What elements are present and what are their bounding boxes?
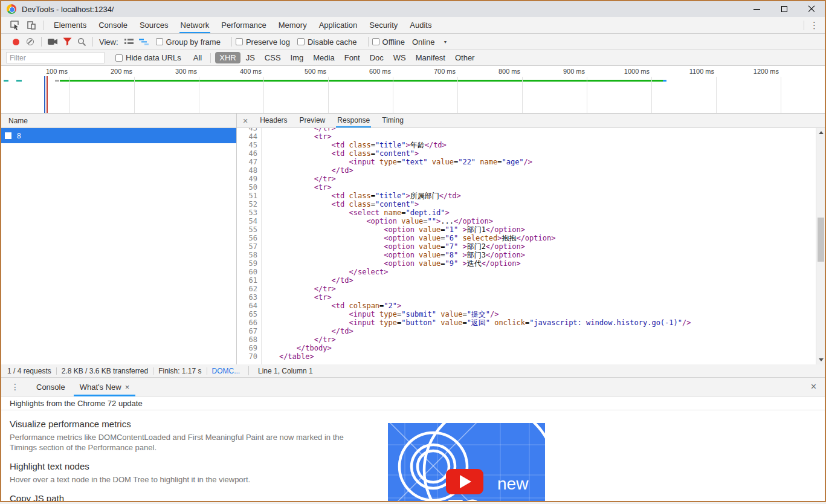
- filter-type-manifest[interactable]: Manifest: [411, 52, 450, 63]
- network-overview-timeline[interactable]: 100 ms200 ms300 ms400 ms500 ms600 ms700 …: [1, 66, 825, 114]
- code-line: 55 <option value="1" >部门1</option>: [237, 225, 816, 234]
- line-number: 54: [237, 217, 262, 225]
- inspect-element-icon[interactable]: [9, 20, 20, 31]
- code-text: <option value="9" >迭代</option>: [262, 259, 521, 268]
- code-line: 47 <input type="text" value="22" name="a…: [237, 158, 816, 166]
- status-parts: 1 / 4 requests2.8 KB / 3.6 KB transferre…: [7, 367, 240, 375]
- code-line: 51 <td class="title">所属部门</td>: [237, 192, 816, 200]
- filter-type-other[interactable]: Other: [451, 52, 479, 63]
- drawer-menu-icon[interactable]: ⋮: [11, 382, 19, 392]
- code-line: 64 <td colspan="2">: [237, 302, 816, 310]
- tab-memory[interactable]: Memory: [273, 17, 313, 33]
- checkbox-label: Disable cache: [308, 37, 357, 47]
- status-link-domcontentloaded[interactable]: DOMC...: [212, 367, 240, 375]
- filter-type-ws[interactable]: WS: [389, 52, 410, 63]
- checkbox-group-by-frame[interactable]: Group by frame: [156, 37, 221, 47]
- filter-type-font[interactable]: Font: [340, 52, 364, 63]
- detail-tab-headers[interactable]: Headers: [254, 114, 293, 128]
- line-number: 47: [237, 158, 262, 166]
- record-network-log-button[interactable]: [8, 36, 23, 48]
- code-line: 68 </tr>: [237, 335, 816, 344]
- code-line: 65 <input type="submit" value="提交"/>: [237, 310, 816, 318]
- close-drawer-icon[interactable]: ×: [811, 381, 816, 392]
- tab-application[interactable]: Application: [313, 17, 364, 33]
- code-line: 45 <td class="title">年龄</td>: [237, 141, 816, 149]
- detail-tab-preview[interactable]: Preview: [294, 114, 332, 128]
- tab-whats-new[interactable]: What's New×: [73, 378, 137, 396]
- timeline-gridline: [587, 77, 587, 113]
- view-label: View:: [99, 37, 118, 47]
- tab-sources[interactable]: Sources: [134, 17, 175, 33]
- filter-button[interactable]: [60, 36, 74, 48]
- maximize-button[interactable]: [770, 1, 798, 17]
- filter-types: AllXHRJSCSSImgMediaFontDocWSManifestOthe…: [189, 52, 480, 63]
- tab-audits[interactable]: Audits: [404, 17, 437, 33]
- hide-data-urls-checkbox[interactable]: Hide data URLs: [115, 53, 181, 62]
- checkbox-offline[interactable]: Offline: [372, 37, 405, 47]
- throttling-select[interactable]: Online ▼: [412, 37, 448, 47]
- tab-console[interactable]: Console: [29, 378, 73, 396]
- tab-network[interactable]: Network: [175, 17, 216, 33]
- close-tab-icon[interactable]: ×: [125, 383, 130, 392]
- filter-input[interactable]: [6, 52, 105, 63]
- online-label: Online: [412, 37, 435, 47]
- filter-type-js[interactable]: JS: [242, 52, 259, 63]
- capture-screenshots-button[interactable]: [45, 36, 60, 48]
- code-text: </td>: [262, 276, 353, 285]
- network-status-bar: 1 / 4 requests2.8 KB / 3.6 KB transferre…: [1, 364, 825, 378]
- tab-performance[interactable]: Performance: [215, 17, 272, 33]
- more-options-icon[interactable]: ⋮: [810, 20, 819, 31]
- filter-type-xhr[interactable]: XHR: [215, 52, 240, 63]
- close-detail-icon[interactable]: ×: [237, 116, 254, 126]
- timeline-gridline: [263, 77, 264, 113]
- code-text: <input type="button" value="返回" onclick=…: [262, 318, 691, 327]
- tab-elements[interactable]: Elements: [48, 17, 92, 33]
- code-line: 44 <tr>: [237, 132, 816, 141]
- checkbox-preserve-log[interactable]: Preserve log: [236, 37, 290, 47]
- scrollbar-thumb[interactable]: [818, 218, 824, 262]
- load-event-line: [47, 76, 48, 113]
- network-panels: Name 8 × HeadersPreviewResponseTiming 43…: [1, 114, 825, 364]
- line-number: 60: [237, 268, 262, 276]
- code-text: <td class="content">: [262, 200, 419, 208]
- search-button[interactable]: [74, 36, 89, 48]
- code-line: 57 <option value="7" >部门2</option>: [237, 242, 816, 251]
- request-row-selected[interactable]: 8: [1, 128, 236, 143]
- request-mark: [16, 80, 22, 82]
- detail-tab-response[interactable]: Response: [331, 114, 376, 128]
- clear-button[interactable]: [23, 36, 37, 48]
- pending-request-bar: [60, 80, 663, 82]
- code-text: <select name="dept.id">: [262, 208, 450, 217]
- status-separator: [153, 367, 153, 375]
- timeline-gridline: [651, 77, 652, 113]
- timeline-tick-label: 800 ms: [475, 68, 520, 75]
- hide-data-urls-label: Hide data URLs: [126, 53, 181, 62]
- close-button[interactable]: [798, 1, 825, 17]
- filter-type-img[interactable]: Img: [286, 52, 308, 63]
- filter-type-doc[interactable]: Doc: [366, 52, 388, 63]
- waterfall-view-icon[interactable]: [137, 36, 151, 48]
- code-line: 62 </tr>: [237, 285, 816, 293]
- dropdown-arrow-icon: ▼: [443, 40, 447, 44]
- checkbox-disable-cache[interactable]: Disable cache: [297, 37, 357, 47]
- response-code-viewer[interactable]: 43 </tr>44 <tr>45 <td class="title">年龄</…: [237, 128, 825, 364]
- code-text: <td class="title">年龄</td>: [262, 141, 447, 149]
- code-text: </tr>: [262, 128, 336, 132]
- filter-type-media[interactable]: Media: [309, 52, 338, 63]
- tab-security[interactable]: Security: [363, 17, 404, 33]
- scroll-up-button[interactable]: [816, 128, 825, 137]
- timeline-tick-label: 200 ms: [87, 68, 132, 75]
- tab-console[interactable]: Console: [92, 17, 134, 33]
- minimize-button[interactable]: [743, 1, 770, 17]
- filter-type-css[interactable]: CSS: [260, 52, 285, 63]
- scroll-down-button[interactable]: [816, 355, 825, 364]
- vertical-scrollbar[interactable]: [816, 128, 825, 364]
- filter-type-all[interactable]: All: [189, 52, 206, 63]
- code-text: </select>: [262, 268, 389, 276]
- list-view-icon[interactable]: [122, 36, 137, 48]
- detail-tab-timing[interactable]: Timing: [376, 114, 410, 128]
- video-thumbnail[interactable]: new 72: [388, 423, 545, 501]
- name-column-header[interactable]: Name: [1, 114, 236, 128]
- code-text: <td colspan="2">: [262, 302, 401, 310]
- device-toolbar-icon[interactable]: [26, 20, 37, 31]
